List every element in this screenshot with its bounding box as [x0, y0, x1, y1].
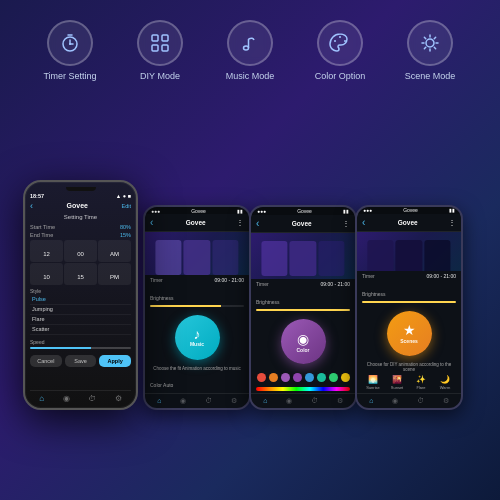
swatch-blue[interactable] [305, 373, 314, 382]
phone1-scene-icon[interactable]: ◉ [63, 394, 70, 403]
color-icon-circle [317, 20, 363, 66]
phone-scene-mode: ●●● Govee ▮▮ ‹ Govee ⋮ Timer 09:00 - 21:… [355, 205, 463, 410]
phone4-signal: ●●● [363, 207, 372, 213]
phone4-timer-fn-icon[interactable]: ⏱ [417, 397, 424, 405]
feature-icons-row: Timer Setting DIY Mode Music Mode [10, 20, 490, 82]
music-icon [238, 31, 262, 55]
icon-item-color[interactable]: Color Option [304, 20, 376, 82]
phone3-card3 [318, 241, 344, 276]
icon-item-diy[interactable]: DIY Mode [124, 20, 196, 82]
phone1-speed-label: Speed [30, 339, 131, 345]
icon-item-scene[interactable]: Scene Mode [394, 20, 466, 82]
phone4-timer-val: 09:00 - 21:00 [427, 273, 456, 279]
phone1-cancel-btn[interactable]: Cancel [30, 355, 62, 367]
phone1-timer-icon[interactable]: ⏱ [88, 394, 96, 403]
phone1-list-item-flare[interactable]: Flare [30, 315, 131, 325]
phone3-color-circle[interactable]: ◉ Color [281, 319, 326, 364]
scene-warm-label: Warm [440, 385, 451, 390]
scene-item-sunset[interactable]: 🌇 Sunset [386, 375, 408, 390]
svg-line-19 [424, 37, 425, 38]
phone4-scene-btn-area[interactable]: ★ Scenes [357, 305, 461, 362]
phone1-brand: Govee [33, 202, 122, 209]
phone1-list-item-jumping[interactable]: Jumping [30, 305, 131, 315]
swatch-purple[interactable] [281, 373, 290, 382]
phone3-color-btn-area[interactable]: ◉ Color [251, 313, 355, 370]
phone1-save-btn[interactable]: Save [65, 355, 97, 367]
svg-rect-6 [162, 35, 168, 41]
phone4-home-fn-icon[interactable]: ⌂ [369, 397, 373, 405]
swatch-orange[interactable] [269, 373, 278, 382]
swatch-red[interactable] [257, 373, 266, 382]
phone1-settings-icon[interactable]: ⚙ [115, 394, 122, 403]
svg-point-11 [334, 40, 336, 42]
phone-timer-setting: 18:57 ▲ ● ■ ‹ Govee Edit Setting Time St… [23, 180, 138, 410]
phone4-settings-fn-icon[interactable]: ⚙ [443, 397, 449, 405]
phone3-card2 [290, 241, 316, 276]
phone2-music-circle[interactable]: ♪ Music [175, 315, 220, 360]
phone3-more-icon[interactable]: ⋮ [342, 219, 350, 228]
swatch-teal[interactable] [317, 373, 326, 382]
phone1-home-icon[interactable]: ⌂ [39, 394, 44, 403]
phone4-scene-fn-icon[interactable]: ◉ [392, 397, 398, 405]
phone4-brightness-label: Brightness [362, 291, 386, 297]
phone3-thumbnail [251, 233, 355, 279]
phone2-music-btn-area[interactable]: ♪ Music [145, 309, 249, 366]
phone3-color-spectrum[interactable] [256, 387, 350, 390]
scene-item-warm[interactable]: 🌙 Warm [434, 375, 456, 390]
swatch-dark-purple[interactable] [293, 373, 302, 382]
phone2-scene-fn-icon[interactable]: ◉ [180, 397, 186, 405]
music-mode-label: Music Mode [226, 71, 275, 82]
phone4-scene-circle[interactable]: ★ Scenes [387, 311, 432, 356]
icon-item-music[interactable]: Music Mode [214, 20, 286, 82]
phone-color-option: ●●● Govee ▮▮ ‹ Govee ⋮ Timer 09:00 - 21:… [249, 205, 357, 410]
phone1-end-label: End Time [30, 232, 53, 238]
phone2-settings-fn-icon[interactable]: ⚙ [231, 397, 237, 405]
color-option-label: Color Option [315, 71, 366, 82]
phone3-settings-fn-icon[interactable]: ⚙ [337, 397, 343, 405]
phone4-scene-label: Scenes [400, 338, 418, 344]
phone3-color-swatches[interactable] [251, 370, 355, 385]
swatch-yellow[interactable] [341, 373, 350, 382]
scene-item-sunrise[interactable]: 🌅 Sunrise [362, 375, 384, 390]
phone1-apply-btn[interactable]: Apply [99, 355, 131, 367]
phone3-timer-fn-icon[interactable]: ⏱ [311, 397, 318, 405]
phone2-more-icon[interactable]: ⋮ [236, 218, 244, 227]
phone4-back-icon[interactable]: ‹ [362, 217, 365, 228]
phone4-more-icon[interactable]: ⋮ [448, 218, 456, 227]
swatch-green[interactable] [329, 373, 338, 382]
phone2-timer-fn-icon[interactable]: ⏱ [205, 397, 212, 405]
phone3-back-icon[interactable]: ‹ [256, 218, 259, 229]
phone1-list-item-scatter[interactable]: Scatter [30, 325, 131, 335]
phone3-brand: Govee [297, 208, 312, 214]
phone3-brightness-label: Brightness [256, 299, 280, 305]
svg-point-12 [339, 36, 341, 38]
scene-icon-circle [407, 20, 453, 66]
flare-icon: ✨ [416, 375, 426, 384]
phone3-color-label: Color [296, 347, 309, 353]
phone2-brightness-bar [150, 305, 244, 307]
phone3-timer-val: 09:00 - 21:00 [321, 281, 350, 287]
scene-mode-label: Scene Mode [405, 71, 456, 82]
scene-sunset-label: Sunset [391, 385, 403, 390]
phone1-start-val: 80% [120, 224, 131, 230]
svg-point-14 [426, 39, 434, 47]
phone1-list-item-pulse[interactable]: Pulse [30, 295, 131, 305]
phone2-card1 [155, 240, 181, 274]
phone2-home-fn-icon[interactable]: ⌂ [157, 397, 161, 405]
phone4-card2 [396, 240, 422, 271]
phone2-battery: ▮▮ [237, 208, 243, 214]
phone3-home-fn-icon[interactable]: ⌂ [263, 397, 267, 405]
sunset-icon: 🌇 [392, 375, 402, 384]
phones-showcase: 18:57 ▲ ● ■ ‹ Govee Edit Setting Time St… [15, 100, 485, 410]
icon-item-timer[interactable]: Timer Setting [34, 20, 106, 82]
phone1-status-icons: ▲ ● ■ [116, 193, 131, 199]
scene-item-flare[interactable]: ✨ Flare [410, 375, 432, 390]
phone3-scene-fn-icon[interactable]: ◉ [286, 397, 292, 405]
phone2-timer-label: Timer [150, 277, 163, 283]
phone4-card3 [424, 240, 450, 271]
phone1-footer-nav: ⌂ ◉ ⏱ ⚙ [30, 390, 131, 403]
svg-line-22 [434, 37, 435, 38]
phone1-speed-slider[interactable] [30, 347, 131, 349]
phone2-back-icon[interactable]: ‹ [150, 217, 153, 228]
phone2-signal: ●●● [151, 208, 160, 214]
